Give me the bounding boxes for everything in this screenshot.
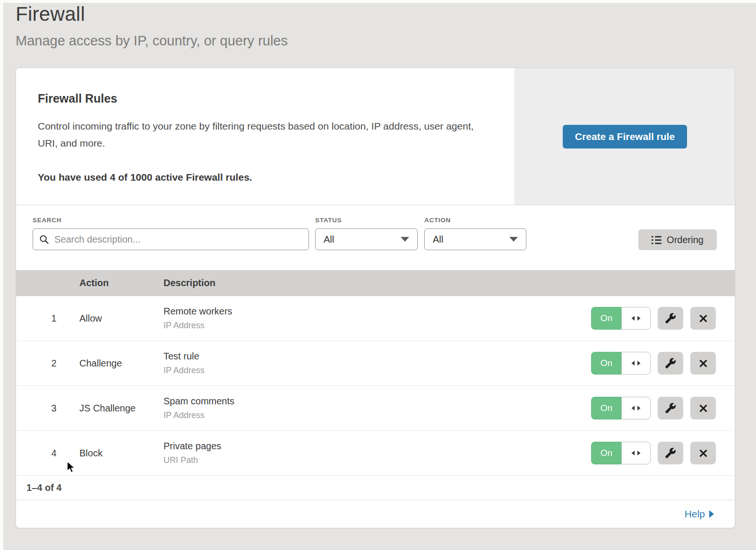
create-rule-area: Create a Firewall rule: [515, 68, 735, 205]
action-label: ACTION: [424, 217, 526, 224]
status-label: STATUS: [315, 217, 418, 224]
table-row: 4 Block Private pages URI Path On: [16, 431, 735, 476]
page-subtitle: Manage access by IP, country, or query r…: [16, 33, 288, 49]
overview-description: Control incoming traffic to your zone by…: [38, 118, 486, 152]
search-icon: [39, 235, 49, 244]
toggle-on-button[interactable]: On: [591, 442, 621, 464]
overview-section: Firewall Rules Control incoming traffic …: [16, 68, 735, 205]
delete-rule-button[interactable]: [690, 397, 716, 419]
rule-action: JS Challenge: [79, 403, 163, 414]
delete-rule-button[interactable]: [690, 352, 716, 375]
toggle-on-button[interactable]: On: [591, 352, 621, 375]
edit-rule-button[interactable]: [658, 352, 683, 375]
wrench-icon: [665, 447, 676, 459]
close-icon: [699, 449, 707, 457]
help-link-label: Help: [685, 508, 705, 520]
toggle-arrows-button[interactable]: [621, 442, 651, 464]
pagination-range: 1–4 of 4: [26, 482, 61, 493]
rule-controls: On: [591, 352, 735, 375]
toggle-arrows-button[interactable]: [621, 397, 651, 419]
search-box: [33, 228, 309, 250]
delete-rule-button[interactable]: [690, 442, 716, 464]
chevron-down-icon: [509, 237, 518, 242]
chevron-down-icon: [401, 237, 409, 242]
rule-match-type: URI Path: [163, 455, 591, 465]
rule-controls: On: [591, 307, 735, 330]
toggle-arrows-button[interactable]: [621, 352, 651, 375]
toggle-on-button[interactable]: On: [591, 307, 621, 330]
rule-match-type: IP Address: [163, 321, 591, 331]
help-link[interactable]: Help: [685, 508, 714, 520]
rule-description: Remote workers: [163, 306, 591, 317]
rule-toggle: On: [591, 352, 651, 375]
ordering-button-label: Ordering: [667, 235, 704, 245]
wrench-icon: [665, 313, 676, 324]
status-group: STATUS All: [315, 217, 418, 250]
help-arrow-icon: [709, 510, 714, 518]
firewall-panel: Firewall Rules Control incoming traffic …: [16, 68, 735, 528]
status-select-value: All: [324, 234, 334, 245]
overview-heading: Firewall Rules: [38, 92, 486, 105]
panel-footer: Help: [16, 500, 735, 528]
pagination: 1–4 of 4: [16, 476, 735, 500]
edit-rule-button[interactable]: [658, 307, 683, 330]
left-right-arrows-icon: [630, 404, 642, 412]
wrench-icon: [665, 402, 676, 414]
toggle-on-button[interactable]: On: [591, 397, 621, 419]
rule-toggle: On: [591, 442, 651, 464]
rule-priority: 4: [16, 448, 79, 459]
left-right-arrows-icon: [630, 359, 642, 367]
table-header: Action Description: [16, 270, 735, 296]
page-header: Firewall Manage access by IP, country, o…: [16, 3, 288, 49]
rule-priority: 1: [16, 313, 79, 324]
rule-match-type: IP Address: [163, 410, 591, 420]
left-right-arrows-icon: [630, 314, 642, 322]
action-group: ACTION All: [424, 217, 526, 250]
table-row: 2 Challenge Test rule IP Address On: [16, 341, 735, 386]
page-title: Firewall: [16, 3, 288, 26]
create-firewall-rule-button[interactable]: Create a Firewall rule: [563, 125, 687, 148]
left-right-arrows-icon: [630, 449, 642, 457]
ordered-list-icon: [652, 236, 662, 244]
rule-match-type: IP Address: [163, 366, 591, 375]
rule-toggle: On: [591, 397, 651, 419]
action-select-value: All: [433, 234, 443, 245]
rule-description: Private pages: [163, 441, 591, 452]
rule-description-cell: Remote workers IP Address: [163, 306, 591, 331]
search-label: SEARCH: [33, 217, 309, 224]
close-icon: [699, 359, 707, 367]
close-icon: [699, 404, 707, 412]
rule-controls: On: [591, 442, 735, 464]
rule-description-cell: Test rule IP Address: [163, 351, 591, 375]
rule-toggle: On: [591, 307, 651, 330]
wrench-icon: [665, 358, 676, 369]
edit-rule-button[interactable]: [658, 442, 683, 464]
toggle-arrows-button[interactable]: [621, 307, 651, 330]
search-input[interactable]: [53, 234, 302, 245]
search-group: SEARCH: [33, 217, 309, 250]
table-row: 3 JS Challenge Spam comments IP Address …: [16, 386, 735, 431]
edit-rule-button[interactable]: [658, 397, 683, 419]
rule-description-cell: Spam comments IP Address: [163, 396, 591, 420]
rules-usage-text: You have used 4 of 1000 active Firewall …: [38, 172, 486, 183]
rule-priority: 3: [16, 403, 79, 414]
ordering-button[interactable]: Ordering: [638, 229, 717, 250]
delete-rule-button[interactable]: [690, 307, 716, 330]
rule-action: Allow: [79, 313, 163, 324]
status-select[interactable]: All: [315, 228, 418, 250]
action-column-header: Action: [79, 278, 163, 288]
rule-description: Spam comments: [163, 396, 591, 407]
close-icon: [699, 314, 707, 323]
rule-description-cell: Private pages URI Path: [163, 441, 591, 465]
table-row: 1 Allow Remote workers IP Address On: [16, 296, 735, 341]
action-select[interactable]: All: [424, 228, 526, 250]
rule-controls: On: [591, 397, 735, 419]
rule-action: Block: [79, 448, 163, 459]
rule-action: Challenge: [79, 358, 163, 369]
filters-bar: SEARCH STATUS All ACTION All: [16, 205, 735, 270]
rule-priority: 2: [16, 358, 79, 369]
description-column-header: Description: [163, 278, 591, 288]
overview-text: Firewall Rules Control incoming traffic …: [16, 68, 515, 205]
rule-description: Test rule: [163, 351, 591, 362]
